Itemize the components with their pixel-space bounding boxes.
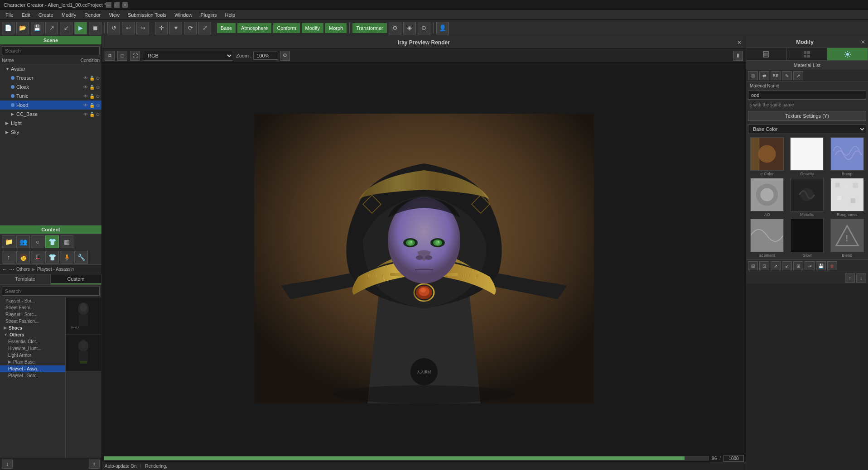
- tree-item-sky[interactable]: ▶ Sky: [0, 128, 101, 137]
- thumb-hood-b[interactable]: [66, 335, 101, 371]
- tree-item-cloak[interactable]: Cloak 👁 🔒 ⊙: [0, 82, 101, 91]
- modify-label[interactable]: Modify: [302, 23, 323, 33]
- icon-scene[interactable]: ▦: [60, 235, 73, 248]
- list-item-playset-sorc2[interactable]: Playset - Sorc...: [0, 372, 65, 379]
- select-btn[interactable]: ✛: [155, 22, 168, 34]
- icon-hat[interactable]: 🎩: [31, 251, 44, 264]
- mat-swap-btn[interactable]: ⇄: [759, 71, 769, 80]
- open-btn[interactable]: 📂: [16, 22, 29, 34]
- minimize-btn[interactable]: —: [106, 2, 111, 8]
- content-search-input[interactable]: [2, 287, 100, 296]
- menu-render[interactable]: Render: [81, 11, 104, 19]
- mat-foot2-btn1[interactable]: ↑: [845, 273, 855, 283]
- mat-foot-save[interactable]: ↙: [782, 261, 792, 270]
- mat-foot-delete[interactable]: 🗑: [827, 261, 837, 270]
- scale-btn[interactable]: ⤢: [198, 22, 211, 34]
- scene-search-input[interactable]: [2, 46, 100, 55]
- footer-download-btn[interactable]: ↓: [2, 460, 13, 469]
- atmosphere-label[interactable]: Atmosphere: [237, 23, 271, 33]
- list-item-playset-assa[interactable]: Playset - Assa...: [0, 365, 65, 372]
- morph-label[interactable]: Morph: [325, 23, 347, 33]
- menu-edit[interactable]: Edit: [18, 11, 34, 19]
- mat-foot-grid[interactable]: ⊞: [793, 261, 803, 270]
- list-section-others[interactable]: ▼ Others: [0, 331, 65, 338]
- modify-tab-settings[interactable]: [827, 48, 868, 60]
- list-item-hivewire[interactable]: Hivewire_Hunt...: [0, 345, 65, 352]
- icon-up-arrow[interactable]: ↑: [2, 251, 15, 264]
- texture-thumb-opacity[interactable]: [790, 137, 824, 171]
- menu-create[interactable]: Create: [35, 11, 57, 19]
- modify-tab-scene[interactable]: [746, 48, 787, 60]
- mat-foot-export[interactable]: 💾: [816, 261, 826, 270]
- texture-thumb-glow[interactable]: [790, 219, 824, 252]
- thumb-hood-a[interactable]: Hood_A: [66, 297, 101, 334]
- new-btn[interactable]: 📄: [2, 22, 14, 34]
- breadcrumb-others[interactable]: Others: [16, 267, 30, 272]
- channel-select[interactable]: RGB Alpha Depth: [143, 51, 233, 61]
- menu-modify[interactable]: Modify: [58, 11, 80, 19]
- save-btn[interactable]: 💾: [31, 22, 43, 34]
- tree-item-tunic[interactable]: Tunic 👁 🔒 ⊙: [0, 91, 101, 101]
- list-item-playset-sor1[interactable]: Playset - Sor...: [0, 297, 65, 304]
- titlebar-controls[interactable]: — □ ×: [106, 2, 128, 8]
- iray-close-btn[interactable]: ✕: [735, 38, 744, 47]
- iray-btn[interactable]: ⊙: [418, 22, 430, 34]
- texture-thumb-roughness[interactable]: [830, 178, 864, 211]
- close-btn[interactable]: ×: [122, 2, 128, 8]
- texture-thumb-base-color[interactable]: [750, 137, 784, 171]
- stop-btn[interactable]: ◼: [89, 22, 101, 34]
- material-channel-select[interactable]: Base Color Opacity Bump AO Metallic Roug…: [748, 124, 866, 134]
- mat-foot-import[interactable]: ⇥: [805, 261, 815, 270]
- texture-thumb-bump[interactable]: [830, 137, 864, 171]
- mat-edit-btn[interactable]: ✎: [782, 71, 792, 80]
- list-item-essential[interactable]: Essential Clot...: [0, 338, 65, 345]
- maximize-btn[interactable]: □: [114, 2, 120, 8]
- tab-template[interactable]: Template: [0, 274, 51, 284]
- tab-custom[interactable]: Custom: [51, 274, 101, 284]
- redo-btn[interactable]: ↪: [136, 22, 149, 34]
- material-name-input[interactable]: [748, 91, 866, 100]
- iray-expand-btn[interactable]: □: [117, 51, 127, 61]
- tree-item-trouser[interactable]: Trouser 👁 🔒 ⊙: [0, 73, 101, 82]
- mat-export-btn[interactable]: ↗: [793, 71, 803, 80]
- icon-clothing[interactable]: 👕: [45, 235, 59, 248]
- modify-tab-material[interactable]: [787, 48, 828, 60]
- move-btn[interactable]: ✦: [169, 22, 182, 34]
- iray-fullscreen-btn[interactable]: ⛶: [130, 51, 140, 61]
- icon-shirt[interactable]: 👕: [45, 251, 59, 264]
- list-item-plain-base[interactable]: ▶ Plain Base: [0, 359, 65, 365]
- icon-tool[interactable]: 🔧: [74, 251, 88, 264]
- list-item-street-fashion2[interactable]: Street Fashion...: [0, 318, 65, 325]
- breadcrumb-playset[interactable]: Playset - Assassin: [37, 267, 74, 272]
- render-btn[interactable]: ◈: [403, 22, 416, 34]
- breadcrumb-dot-menu[interactable]: ⋯: [9, 266, 14, 273]
- icon-people[interactable]: 👥: [16, 235, 30, 248]
- menu-help[interactable]: Help: [221, 11, 239, 19]
- breadcrumb-back[interactable]: ←: [2, 266, 7, 273]
- mat-add-btn[interactable]: ⊞: [748, 71, 758, 80]
- menu-window[interactable]: Window: [171, 11, 196, 19]
- texture-thumb-metallic[interactable]: [790, 178, 824, 211]
- texture-settings-button[interactable]: Texture Settings (Y): [748, 111, 866, 121]
- tree-item-avatar[interactable]: ▼ Avatar: [0, 64, 101, 73]
- export-btn[interactable]: ↗: [45, 22, 58, 34]
- user-btn[interactable]: 👤: [436, 22, 449, 34]
- list-item-playset-sorc[interactable]: Playset - Sorc...: [0, 311, 65, 318]
- icon-body[interactable]: 🧑: [16, 251, 30, 264]
- settings-btn[interactable]: ⚙: [389, 22, 401, 34]
- list-section-shoes[interactable]: ▶ Shoes: [0, 325, 65, 331]
- base-label[interactable]: Base: [217, 23, 236, 33]
- mat-reset-btn[interactable]: RE: [771, 71, 781, 80]
- mat-foot-btn1[interactable]: ⊞: [748, 261, 758, 270]
- zoom-options-btn[interactable]: ⚙: [280, 51, 290, 61]
- tree-item-ccbase[interactable]: ▶ CC_Base 👁 🔒 ⊙: [0, 110, 101, 119]
- footer-add-btn[interactable]: +: [89, 460, 100, 469]
- texture-thumb-blend[interactable]: !: [830, 219, 864, 252]
- texture-thumb-ao[interactable]: [750, 178, 784, 211]
- icon-fullbody[interactable]: 🧍: [60, 251, 73, 264]
- progress-total-input[interactable]: [723, 455, 744, 462]
- mat-foot-share[interactable]: ↗: [771, 261, 781, 270]
- iray-copy-btn[interactable]: ⧉: [105, 51, 115, 61]
- import-btn[interactable]: ↙: [60, 22, 72, 34]
- play-btn[interactable]: ▶: [74, 22, 87, 34]
